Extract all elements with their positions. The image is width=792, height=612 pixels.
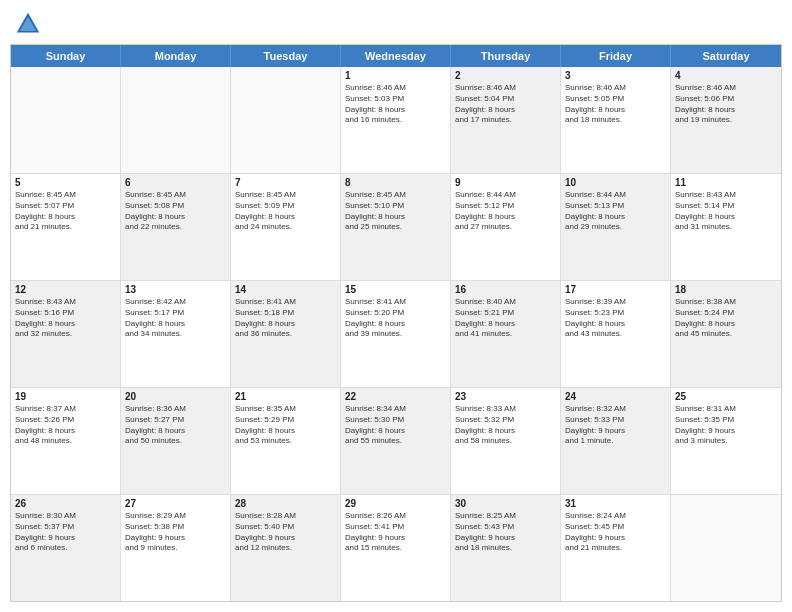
calendar-header: SundayMondayTuesdayWednesdayThursdayFrid… [11, 45, 781, 67]
cell-info: Sunrise: 8:36 AM Sunset: 5:27 PM Dayligh… [125, 404, 226, 447]
cell-info: Sunrise: 8:45 AM Sunset: 5:07 PM Dayligh… [15, 190, 116, 233]
day-number: 31 [565, 498, 666, 509]
day-number: 25 [675, 391, 777, 402]
day-number: 15 [345, 284, 446, 295]
calendar-row-0: 1Sunrise: 8:46 AM Sunset: 5:03 PM Daylig… [11, 67, 781, 173]
day-number: 16 [455, 284, 556, 295]
calendar-cell-1-6: 11Sunrise: 8:43 AM Sunset: 5:14 PM Dayli… [671, 174, 781, 280]
weekday-header-monday: Monday [121, 45, 231, 67]
calendar-cell-1-4: 9Sunrise: 8:44 AM Sunset: 5:12 PM Daylig… [451, 174, 561, 280]
cell-info: Sunrise: 8:35 AM Sunset: 5:29 PM Dayligh… [235, 404, 336, 447]
day-number: 17 [565, 284, 666, 295]
calendar-cell-3-0: 19Sunrise: 8:37 AM Sunset: 5:26 PM Dayli… [11, 388, 121, 494]
day-number: 20 [125, 391, 226, 402]
calendar-cell-3-6: 25Sunrise: 8:31 AM Sunset: 5:35 PM Dayli… [671, 388, 781, 494]
day-number: 12 [15, 284, 116, 295]
calendar-cell-4-6 [671, 495, 781, 601]
day-number: 2 [455, 70, 556, 81]
calendar-cell-0-0 [11, 67, 121, 173]
cell-info: Sunrise: 8:45 AM Sunset: 5:09 PM Dayligh… [235, 190, 336, 233]
weekday-header-tuesday: Tuesday [231, 45, 341, 67]
day-number: 5 [15, 177, 116, 188]
day-number: 26 [15, 498, 116, 509]
calendar-row-3: 19Sunrise: 8:37 AM Sunset: 5:26 PM Dayli… [11, 387, 781, 494]
logo [14, 10, 46, 38]
calendar-cell-0-4: 2Sunrise: 8:46 AM Sunset: 5:04 PM Daylig… [451, 67, 561, 173]
header [10, 10, 782, 38]
cell-info: Sunrise: 8:46 AM Sunset: 5:04 PM Dayligh… [455, 83, 556, 126]
calendar-cell-3-5: 24Sunrise: 8:32 AM Sunset: 5:33 PM Dayli… [561, 388, 671, 494]
calendar-row-1: 5Sunrise: 8:45 AM Sunset: 5:07 PM Daylig… [11, 173, 781, 280]
calendar-row-4: 26Sunrise: 8:30 AM Sunset: 5:37 PM Dayli… [11, 494, 781, 601]
day-number: 24 [565, 391, 666, 402]
calendar-cell-2-2: 14Sunrise: 8:41 AM Sunset: 5:18 PM Dayli… [231, 281, 341, 387]
calendar-cell-2-3: 15Sunrise: 8:41 AM Sunset: 5:20 PM Dayli… [341, 281, 451, 387]
calendar-cell-3-3: 22Sunrise: 8:34 AM Sunset: 5:30 PM Dayli… [341, 388, 451, 494]
calendar-cell-0-5: 3Sunrise: 8:46 AM Sunset: 5:05 PM Daylig… [561, 67, 671, 173]
calendar-cell-0-6: 4Sunrise: 8:46 AM Sunset: 5:06 PM Daylig… [671, 67, 781, 173]
cell-info: Sunrise: 8:46 AM Sunset: 5:05 PM Dayligh… [565, 83, 666, 126]
weekday-header-thursday: Thursday [451, 45, 561, 67]
calendar: SundayMondayTuesdayWednesdayThursdayFrid… [10, 44, 782, 602]
day-number: 7 [235, 177, 336, 188]
cell-info: Sunrise: 8:31 AM Sunset: 5:35 PM Dayligh… [675, 404, 777, 447]
day-number: 27 [125, 498, 226, 509]
cell-info: Sunrise: 8:46 AM Sunset: 5:03 PM Dayligh… [345, 83, 446, 126]
calendar-cell-4-0: 26Sunrise: 8:30 AM Sunset: 5:37 PM Dayli… [11, 495, 121, 601]
day-number: 4 [675, 70, 777, 81]
weekday-header-friday: Friday [561, 45, 671, 67]
day-number: 29 [345, 498, 446, 509]
day-number: 19 [15, 391, 116, 402]
day-number: 13 [125, 284, 226, 295]
cell-info: Sunrise: 8:29 AM Sunset: 5:38 PM Dayligh… [125, 511, 226, 554]
calendar-row-2: 12Sunrise: 8:43 AM Sunset: 5:16 PM Dayli… [11, 280, 781, 387]
calendar-cell-2-1: 13Sunrise: 8:42 AM Sunset: 5:17 PM Dayli… [121, 281, 231, 387]
cell-info: Sunrise: 8:41 AM Sunset: 5:20 PM Dayligh… [345, 297, 446, 340]
cell-info: Sunrise: 8:43 AM Sunset: 5:14 PM Dayligh… [675, 190, 777, 233]
calendar-cell-1-1: 6Sunrise: 8:45 AM Sunset: 5:08 PM Daylig… [121, 174, 231, 280]
calendar-cell-1-2: 7Sunrise: 8:45 AM Sunset: 5:09 PM Daylig… [231, 174, 341, 280]
calendar-cell-4-4: 30Sunrise: 8:25 AM Sunset: 5:43 PM Dayli… [451, 495, 561, 601]
day-number: 22 [345, 391, 446, 402]
cell-info: Sunrise: 8:28 AM Sunset: 5:40 PM Dayligh… [235, 511, 336, 554]
cell-info: Sunrise: 8:46 AM Sunset: 5:06 PM Dayligh… [675, 83, 777, 126]
calendar-cell-3-1: 20Sunrise: 8:36 AM Sunset: 5:27 PM Dayli… [121, 388, 231, 494]
cell-info: Sunrise: 8:34 AM Sunset: 5:30 PM Dayligh… [345, 404, 446, 447]
calendar-cell-3-2: 21Sunrise: 8:35 AM Sunset: 5:29 PM Dayli… [231, 388, 341, 494]
cell-info: Sunrise: 8:24 AM Sunset: 5:45 PM Dayligh… [565, 511, 666, 554]
day-number: 30 [455, 498, 556, 509]
cell-info: Sunrise: 8:45 AM Sunset: 5:10 PM Dayligh… [345, 190, 446, 233]
day-number: 10 [565, 177, 666, 188]
cell-info: Sunrise: 8:41 AM Sunset: 5:18 PM Dayligh… [235, 297, 336, 340]
calendar-cell-1-5: 10Sunrise: 8:44 AM Sunset: 5:13 PM Dayli… [561, 174, 671, 280]
cell-info: Sunrise: 8:39 AM Sunset: 5:23 PM Dayligh… [565, 297, 666, 340]
weekday-header-saturday: Saturday [671, 45, 781, 67]
calendar-body: 1Sunrise: 8:46 AM Sunset: 5:03 PM Daylig… [11, 67, 781, 601]
calendar-cell-4-3: 29Sunrise: 8:26 AM Sunset: 5:41 PM Dayli… [341, 495, 451, 601]
cell-info: Sunrise: 8:38 AM Sunset: 5:24 PM Dayligh… [675, 297, 777, 340]
day-number: 11 [675, 177, 777, 188]
calendar-cell-4-5: 31Sunrise: 8:24 AM Sunset: 5:45 PM Dayli… [561, 495, 671, 601]
cell-info: Sunrise: 8:33 AM Sunset: 5:32 PM Dayligh… [455, 404, 556, 447]
calendar-cell-4-2: 28Sunrise: 8:28 AM Sunset: 5:40 PM Dayli… [231, 495, 341, 601]
page: SundayMondayTuesdayWednesdayThursdayFrid… [0, 0, 792, 612]
logo-icon [14, 10, 42, 38]
calendar-cell-2-6: 18Sunrise: 8:38 AM Sunset: 5:24 PM Dayli… [671, 281, 781, 387]
calendar-cell-2-5: 17Sunrise: 8:39 AM Sunset: 5:23 PM Dayli… [561, 281, 671, 387]
cell-info: Sunrise: 8:44 AM Sunset: 5:12 PM Dayligh… [455, 190, 556, 233]
day-number: 14 [235, 284, 336, 295]
day-number: 9 [455, 177, 556, 188]
cell-info: Sunrise: 8:43 AM Sunset: 5:16 PM Dayligh… [15, 297, 116, 340]
cell-info: Sunrise: 8:26 AM Sunset: 5:41 PM Dayligh… [345, 511, 446, 554]
day-number: 21 [235, 391, 336, 402]
calendar-cell-3-4: 23Sunrise: 8:33 AM Sunset: 5:32 PM Dayli… [451, 388, 561, 494]
day-number: 1 [345, 70, 446, 81]
cell-info: Sunrise: 8:37 AM Sunset: 5:26 PM Dayligh… [15, 404, 116, 447]
day-number: 3 [565, 70, 666, 81]
day-number: 28 [235, 498, 336, 509]
calendar-cell-0-1 [121, 67, 231, 173]
cell-info: Sunrise: 8:42 AM Sunset: 5:17 PM Dayligh… [125, 297, 226, 340]
weekday-header-sunday: Sunday [11, 45, 121, 67]
day-number: 18 [675, 284, 777, 295]
cell-info: Sunrise: 8:45 AM Sunset: 5:08 PM Dayligh… [125, 190, 226, 233]
